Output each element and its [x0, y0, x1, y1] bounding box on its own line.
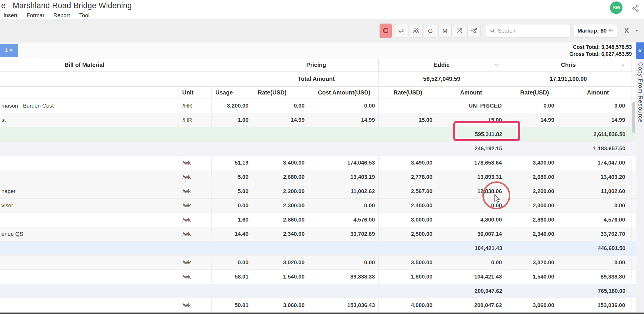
table-cell[interactable]: 15.00 [437, 113, 505, 127]
table-cell[interactable]: /wk [178, 270, 212, 284]
table-cell[interactable]: /wk [178, 170, 212, 184]
table-cell[interactable]: 0.00 [254, 99, 314, 113]
menu-format[interactable]: Format [27, 12, 44, 19]
table-cell[interactable]: 178,653.64 [437, 156, 505, 170]
table-cell[interactable]: 11,002.62 [314, 184, 379, 198]
table-cell[interactable]: 12,838.06 [437, 184, 505, 198]
scrollbar-thumb[interactable] [632, 102, 635, 133]
table-cell[interactable] [212, 284, 254, 298]
table-cell[interactable]: 0.00 [437, 256, 505, 270]
table-cell[interactable]: 14.99 [314, 113, 379, 127]
table-cell[interactable] [254, 241, 314, 255]
table-cell[interactable]: 446,691.50 [564, 241, 632, 255]
search-input[interactable] [498, 28, 562, 34]
table-cell[interactable]: 0.00 [314, 199, 379, 213]
refresh-currency-button[interactable]: C [380, 24, 392, 38]
table-cell[interactable]: /wk [178, 156, 212, 170]
table-cell[interactable] [379, 127, 437, 141]
table-cell[interactable] [212, 241, 254, 255]
table-cell[interactable] [178, 142, 212, 156]
table-cell[interactable]: 50.01 [212, 298, 254, 312]
table-cell[interactable] [379, 284, 437, 298]
table-cell[interactable] [212, 142, 254, 156]
table-cell[interactable]: 104,421.43 [437, 270, 505, 284]
table-cell[interactable] [178, 241, 212, 255]
table-cell[interactable] [212, 127, 254, 141]
table-cell[interactable]: 4,000.00 [379, 298, 437, 312]
table-cell[interactable]: 0.00 [564, 99, 632, 113]
table-cell[interactable]: 58.01 [212, 270, 254, 284]
table-cell[interactable]: 174,047.00 [564, 156, 632, 170]
table-cell[interactable] [0, 256, 178, 270]
user-avatar[interactable]: SM [610, 1, 622, 14]
table-cell[interactable]: /HR [178, 99, 212, 113]
table-cell[interactable]: 104,421.43 [437, 241, 505, 255]
table-cell[interactable]: 2,680.00 [505, 170, 564, 184]
table-cell[interactable]: 765,180.00 [564, 284, 632, 298]
table-cell[interactable]: 5.00 [212, 184, 254, 198]
table-cell[interactable]: 36,007.14 [437, 227, 505, 241]
table-cell[interactable]: 595,311.82 [437, 127, 505, 141]
table-cell[interactable]: 2,300.00 [505, 199, 564, 213]
tab-close-icon[interactable]: ✕ [9, 48, 13, 53]
table-cell[interactable]: 2,680.00 [254, 170, 314, 184]
table-cell[interactable] [0, 127, 178, 141]
table-cell[interactable]: 3,400.00 [254, 156, 314, 170]
table-cell[interactable]: 33,702.69 [314, 227, 379, 241]
table-cell[interactable]: nager [0, 184, 178, 198]
table-cell[interactable]: 3,490.00 [379, 156, 437, 170]
table-cell[interactable]: 3,060.00 [254, 298, 314, 312]
table-cell[interactable]: 1,183,657.50 [564, 142, 632, 156]
table-cell[interactable]: 14.99 [254, 113, 314, 127]
table-cell[interactable]: 14.40 [212, 227, 254, 241]
table-cell[interactable] [0, 156, 178, 170]
menu-tool[interactable]: Tool [79, 12, 90, 19]
table-cell[interactable]: 3,020.00 [505, 256, 564, 270]
table-cell[interactable]: 3,060.00 [505, 298, 564, 312]
table-cell[interactable]: 153,036.00 [564, 298, 632, 312]
table-cell[interactable]: 33,702.70 [564, 227, 632, 241]
table-cell[interactable]: 2,300.00 [254, 199, 314, 213]
table-cell[interactable]: 1.60 [212, 213, 254, 227]
menu-insert[interactable]: Insert [3, 12, 17, 19]
table-cell[interactable] [254, 127, 314, 141]
table-cell[interactable]: 200,047.62 [437, 298, 505, 312]
table-cell[interactable]: 89,338.30 [564, 270, 632, 284]
table-cell[interactable]: 13,403.20 [564, 170, 632, 184]
table-cell[interactable] [178, 284, 212, 298]
table-cell[interactable] [254, 142, 314, 156]
table-cell[interactable]: /wk [178, 298, 212, 312]
table-cell[interactable]: /wk [178, 227, 212, 241]
table-cell[interactable]: 2,400.00 [379, 199, 437, 213]
estimate-tab[interactable]: 1 ✕ [0, 44, 18, 57]
table-cell[interactable]: UN_PRICED [437, 99, 505, 113]
table-cell[interactable]: 2,860.00 [254, 213, 314, 227]
table-cell[interactable]: 13,893.31 [437, 170, 505, 184]
table-cell[interactable]: 3,020.00 [254, 256, 314, 270]
table-cell[interactable]: 2,340.00 [254, 227, 314, 241]
table-cell[interactable] [0, 270, 178, 284]
markup-field[interactable]: Markup: 80 % [574, 24, 617, 38]
toolbar-caret-icon[interactable]: ▾ [636, 28, 641, 33]
resources-people-icon[interactable] [409, 24, 423, 38]
menu-report[interactable]: Report [53, 12, 70, 19]
table-cell[interactable]: 3,500.00 [379, 256, 437, 270]
chevron-down-icon[interactable]: ▽ [622, 63, 625, 67]
table-cell[interactable]: st [0, 113, 178, 127]
table-cell[interactable]: 174,046.53 [314, 156, 379, 170]
table-cell[interactable]: 2,611,836.50 [564, 127, 632, 141]
table-cell[interactable] [0, 241, 178, 255]
table-cell[interactable]: 14.99 [505, 113, 564, 127]
table-cell[interactable]: 0.00 [437, 199, 505, 213]
table-cell[interactable]: visor [0, 199, 178, 213]
table-cell[interactable]: /wk [178, 184, 212, 198]
share-icon[interactable] [632, 5, 639, 12]
table-cell[interactable]: 3,400.00 [505, 156, 564, 170]
table-cell[interactable] [0, 170, 178, 184]
table-cell[interactable]: 11,002.60 [564, 184, 632, 198]
table-cell[interactable] [505, 241, 564, 255]
table-cell[interactable]: 1.00 [212, 113, 254, 127]
table-cell[interactable]: 0.00 [564, 256, 632, 270]
table-cell[interactable]: 2,200.00 [254, 184, 314, 198]
m-tool-icon[interactable]: M [438, 24, 452, 38]
